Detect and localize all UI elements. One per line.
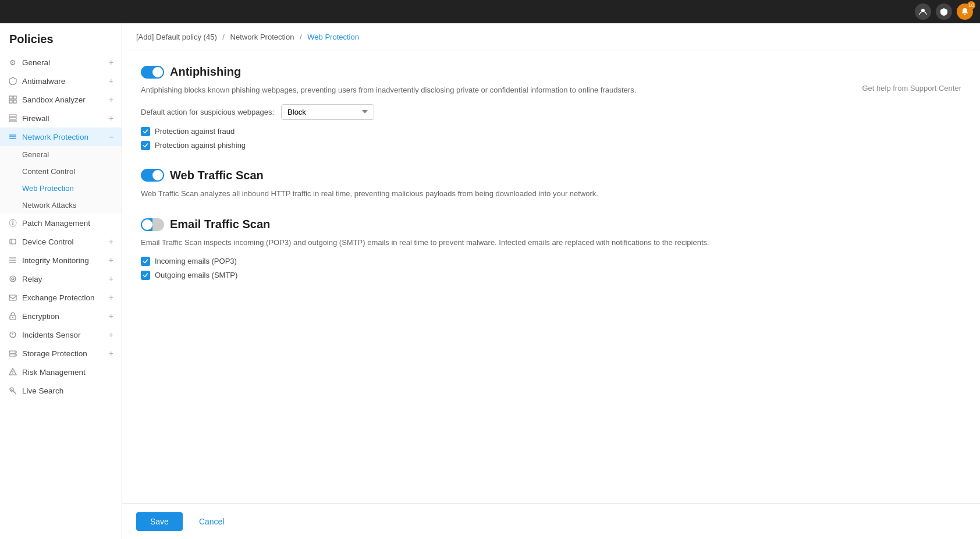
footer: Save Cancel — [122, 503, 980, 539]
svg-point-23 — [12, 336, 13, 336]
risk-icon — [8, 367, 17, 377]
svg-point-26 — [15, 352, 16, 353]
sub-item-content-control[interactable]: Content Control — [0, 163, 122, 180]
sidebar-title: Policies — [0, 23, 122, 53]
plus-icon[interactable]: + — [109, 237, 113, 246]
svg-point-17 — [12, 278, 14, 280]
notification-badge: 10 — [967, 1, 975, 9]
email-traffic-header: Email Traffic Scan — [141, 218, 961, 231]
sidebar-item-antimalware[interactable]: Antimalware + — [0, 72, 122, 90]
live-search-icon — [8, 386, 17, 395]
breadcrumb-link-network[interactable]: Network Protection — [230, 33, 294, 41]
plus-icon[interactable]: + — [109, 114, 113, 123]
plus-icon[interactable]: + — [109, 293, 113, 302]
protection-fraud-label: Protection against fraud — [155, 127, 235, 136]
checkbox-row-phishing: Protection against phishing — [141, 141, 961, 150]
svg-point-29 — [12, 373, 13, 374]
sub-item-web-protection[interactable]: Web Protection — [0, 180, 122, 197]
sub-item-general[interactable]: General — [0, 146, 122, 163]
svg-rect-3 — [9, 100, 12, 103]
cancel-button[interactable]: Cancel — [190, 512, 234, 531]
svg-rect-2 — [13, 96, 16, 99]
sidebar-item-live-search[interactable]: Live Search — [0, 381, 122, 400]
exchange-icon — [8, 293, 17, 302]
sandbox-icon — [8, 95, 17, 104]
sidebar-item-patch-management[interactable]: Patch Management — [0, 214, 122, 232]
sidebar-item-firewall[interactable]: Firewall + — [0, 109, 122, 127]
svg-rect-4 — [13, 100, 16, 103]
sidebar-item-general[interactable]: ⚙ General + — [0, 53, 122, 72]
save-button[interactable]: Save — [136, 512, 183, 531]
incidents-icon — [8, 330, 17, 339]
main-layout: Policies ⚙ General + Antimalware + — [0, 23, 980, 539]
protection-fraud-checkbox[interactable] — [141, 127, 150, 136]
section-antiphishing: Antiphishing Antiphishing blocks known p… — [141, 65, 961, 150]
plus-icon[interactable]: + — [109, 58, 113, 67]
email-traffic-toggle[interactable] — [141, 218, 164, 231]
sidebar-item-label: Sandbox Analyzer — [22, 95, 86, 104]
checkbox-row-incoming: Incoming emails (POP3) — [141, 257, 961, 266]
user-icon[interactable] — [915, 3, 931, 20]
sidebar-item-incidents-sensor[interactable]: Incidents Sensor + — [0, 325, 122, 344]
plus-icon[interactable]: + — [109, 311, 113, 321]
plus-icon[interactable]: + — [109, 95, 113, 104]
sidebar-item-label: Antimalware — [22, 77, 65, 86]
antiphishing-description: Antiphishing blocks known phishing webpa… — [141, 84, 961, 96]
sidebar-item-label: Risk Management — [22, 368, 86, 377]
sidebar-item-integrity-monitoring[interactable]: Integrity Monitoring + — [0, 251, 122, 270]
network-protection-icon — [8, 132, 17, 141]
sidebar-item-label: Encryption — [22, 312, 59, 321]
email-traffic-title: Email Traffic Scan — [170, 218, 270, 231]
plus-icon[interactable]: + — [109, 274, 113, 283]
incoming-emails-label: Incoming emails (POP3) — [155, 257, 237, 265]
minus-icon[interactable]: − — [109, 132, 113, 141]
sidebar-item-encryption[interactable]: Encryption + — [0, 307, 122, 325]
default-action-label: Default action for suspicious webpages: — [141, 108, 274, 116]
antiphishing-toggle[interactable] — [141, 66, 164, 79]
network-protection-subitems: General Content Control Web Protection N… — [0, 146, 122, 214]
svg-point-27 — [15, 354, 16, 356]
sidebar-item-storage-protection[interactable]: Storage Protection + — [0, 344, 122, 363]
sidebar-item-sandbox[interactable]: Sandbox Analyzer + — [0, 90, 122, 109]
plus-icon[interactable]: + — [109, 349, 113, 358]
default-action-select[interactable]: Block Allow Quarantine — [281, 104, 374, 120]
firewall-icon — [8, 114, 17, 123]
encryption-icon — [8, 311, 17, 321]
sidebar-item-device-control[interactable]: Device Control + — [0, 232, 122, 251]
sidebar-item-label: Exchange Protection — [22, 293, 95, 302]
breadcrumb: [Add] Default policy (45) / Network Prot… — [122, 23, 980, 51]
web-traffic-toggle[interactable] — [141, 169, 164, 182]
antiphishing-title: Antiphishing — [170, 65, 241, 79]
svg-point-20 — [12, 317, 13, 318]
sidebar-item-exchange-protection[interactable]: Exchange Protection + — [0, 288, 122, 307]
sidebar-item-network-protection[interactable]: Network Protection − — [0, 127, 122, 146]
svg-point-16 — [10, 276, 16, 282]
general-icon: ⚙ — [8, 58, 17, 67]
section-web-traffic-scan: Web Traffic Scan Web Traffic Scan analyz… — [141, 169, 961, 200]
sub-item-network-attacks[interactable]: Network Attacks — [0, 197, 122, 214]
notification-icon[interactable]: 10 — [957, 3, 973, 20]
sidebar-item-label: Patch Management — [22, 219, 90, 228]
sidebar: Policies ⚙ General + Antimalware + — [0, 23, 122, 539]
shield-topbar-icon[interactable] — [936, 3, 952, 20]
checkbox-row-outgoing: Outgoing emails (SMTP) — [141, 271, 961, 280]
sidebar-item-label: Network Protection — [22, 133, 88, 141]
incoming-emails-checkbox[interactable] — [141, 257, 150, 266]
plus-icon[interactable]: + — [109, 256, 113, 265]
outgoing-emails-checkbox[interactable] — [141, 271, 150, 280]
sidebar-item-label: Incidents Sensor — [22, 331, 81, 339]
sidebar-item-label: Device Control — [22, 237, 74, 246]
sidebar-item-label: Integrity Monitoring — [22, 256, 89, 265]
integrity-icon — [8, 256, 17, 265]
toggle-knob — [152, 67, 163, 77]
plus-icon[interactable]: + — [109, 330, 113, 339]
svg-rect-1 — [9, 96, 12, 99]
protection-phishing-checkbox[interactable] — [141, 141, 150, 150]
breadcrumb-link-policy[interactable]: [Add] Default policy (45) — [136, 33, 217, 41]
support-center-link[interactable]: Get help from Support Center — [862, 84, 961, 93]
antimalware-icon — [8, 76, 17, 86]
plus-icon[interactable]: + — [109, 76, 113, 86]
sidebar-item-risk-management[interactable]: Risk Management — [0, 363, 122, 381]
sidebar-item-label: General — [22, 58, 50, 67]
sidebar-item-relay[interactable]: Relay + — [0, 270, 122, 288]
